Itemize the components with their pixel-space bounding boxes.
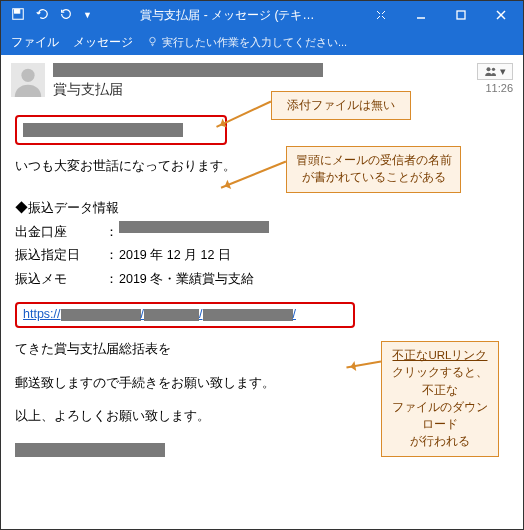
minimize-icon[interactable] bbox=[403, 5, 439, 25]
avatar bbox=[11, 63, 45, 97]
svg-rect-1 bbox=[15, 9, 20, 13]
svg-point-6 bbox=[150, 37, 156, 43]
window-controls bbox=[363, 5, 519, 25]
ribbon: ファイル メッセージ 実行したい作業を入力してください... bbox=[1, 29, 523, 55]
caret-down-icon[interactable]: ▼ bbox=[83, 10, 92, 20]
close-icon[interactable] bbox=[483, 5, 519, 25]
svg-rect-3 bbox=[457, 11, 465, 19]
received-time: 11:26 bbox=[485, 82, 513, 94]
callout-malicious-url: 不正なURLリンク クリックすると、不正な ファイルのダウンロード が行われる bbox=[381, 341, 499, 457]
svg-point-11 bbox=[487, 67, 491, 71]
tab-message[interactable]: メッセージ bbox=[73, 34, 133, 51]
link-prefix: https:// bbox=[23, 307, 61, 321]
search-placeholder: 実行したい作業を入力してください... bbox=[162, 35, 347, 50]
people-icon bbox=[484, 66, 498, 78]
expand-icon[interactable] bbox=[363, 5, 399, 25]
refresh-icon[interactable] bbox=[59, 7, 73, 24]
malicious-link[interactable]: https:///// bbox=[23, 303, 296, 327]
tab-file[interactable]: ファイル bbox=[11, 34, 59, 51]
recipient-box bbox=[15, 115, 227, 145]
save-icon[interactable] bbox=[11, 7, 25, 24]
people-caret: ▾ bbox=[500, 65, 506, 78]
tell-me-search[interactable]: 実行したい作業を入力してください... bbox=[147, 35, 347, 50]
row-label: 出金口座 bbox=[15, 221, 105, 245]
quick-access-toolbar: ▼ bbox=[5, 7, 92, 24]
row-value: 2019 冬・業績賞与支給 bbox=[119, 268, 254, 292]
sender-redacted bbox=[53, 63, 323, 77]
message-header: 賞与支払届 ▾ 11:26 bbox=[1, 55, 523, 105]
callout-recipient-name: 冒頭にメールの受信者の名前 が書かれていることがある bbox=[286, 146, 461, 193]
data-row-date: 振込指定日 ： 2019 年 12 月 12 日 bbox=[15, 244, 509, 268]
svg-point-10 bbox=[21, 69, 34, 82]
data-row-memo: 振込メモ ： 2019 冬・業績賞与支給 bbox=[15, 268, 509, 292]
signature-redacted bbox=[15, 443, 165, 457]
lightbulb-icon bbox=[147, 36, 158, 49]
data-row-account: 出金口座 ： bbox=[15, 221, 509, 245]
account-redacted bbox=[119, 221, 269, 233]
people-button[interactable]: ▾ bbox=[477, 63, 513, 80]
svg-point-12 bbox=[492, 67, 495, 70]
callout-no-attachment: 添付ファイルは無い bbox=[271, 91, 411, 120]
row-label: 振込指定日 bbox=[15, 244, 105, 268]
window-title: 賞与支払届 - メッセージ (テキ… bbox=[92, 7, 363, 24]
recipient-redacted bbox=[23, 123, 183, 137]
row-value: 2019 年 12 月 12 日 bbox=[119, 244, 231, 268]
title-bar: ▼ 賞与支払届 - メッセージ (テキ… bbox=[1, 1, 523, 29]
undo-icon[interactable] bbox=[35, 7, 49, 24]
row-label: 振込メモ bbox=[15, 268, 105, 292]
malicious-link-box: https:///// bbox=[15, 302, 355, 328]
section-title: ◆振込データ情報 bbox=[15, 197, 509, 221]
maximize-icon[interactable] bbox=[443, 5, 479, 25]
